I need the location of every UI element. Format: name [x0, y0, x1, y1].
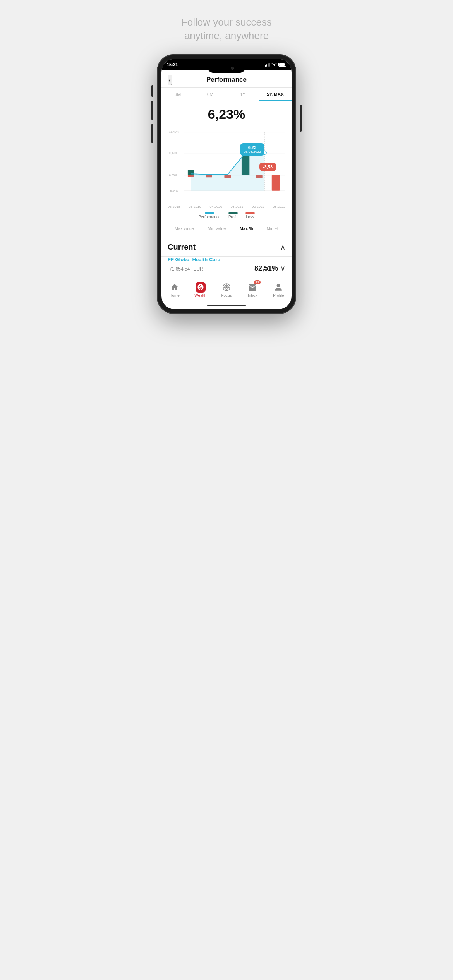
filter-max-value[interactable]: Max value [172, 224, 197, 232]
nav-inbox-label: Inbox [248, 293, 257, 298]
fund-percentage: 82,51% [254, 264, 278, 272]
chart-legend: Performance Profit Loss [161, 209, 292, 222]
svg-rect-15 [272, 175, 280, 191]
current-section-header[interactable]: Current ∧ [161, 236, 292, 256]
tooltip-red: -3,53 [259, 163, 276, 171]
profile-icon [273, 282, 283, 292]
nav-profile-label: Profile [273, 293, 284, 298]
front-camera [231, 67, 234, 70]
tab-6m[interactable]: 6M [194, 88, 226, 101]
home-indicator [161, 302, 292, 309]
volume-down-button [151, 124, 153, 143]
performance-percentage: 6,23% [161, 101, 292, 126]
status-icons [265, 63, 286, 67]
app-header: ‹ Performance [161, 70, 292, 87]
current-section-title: Current [168, 243, 196, 252]
tab-5y-max[interactable]: 5Y/MAX [259, 88, 292, 101]
legend-loss: Loss [245, 212, 255, 219]
svg-text:8,24%: 8,24% [169, 152, 177, 155]
nav-inbox[interactable]: 91 Inbox [240, 282, 266, 298]
tooltip-blue: 6,23 05.08.2022 [240, 143, 264, 156]
filter-min-pct[interactable]: Min % [264, 224, 282, 232]
status-time: 15:31 [167, 62, 178, 67]
signal-icon [265, 63, 270, 67]
nav-profile[interactable]: Profile [266, 282, 292, 298]
nav-wealth-label: Wealth [194, 293, 206, 298]
filter-tabs: Max value Min value Max % Min % [161, 222, 292, 236]
period-tabs: 3M 6M 1Y 5Y/MAX [161, 88, 292, 101]
back-button[interactable]: ‹ [168, 75, 172, 85]
legend-profit: Profit [228, 212, 238, 219]
nav-home[interactable]: Home [161, 282, 187, 298]
phone-shell: 15:31 [157, 54, 296, 314]
page-wrapper: Follow your success anytime, anywhere 15… [113, 0, 340, 326]
svg-text:0,00%: 0,00% [169, 173, 177, 177]
svg-text:-8,24%: -8,24% [169, 189, 178, 192]
x-axis-labels: 06.2018 05.2019 04.2020 03.2021 02.2022 … [161, 203, 292, 209]
phone-screen: 15:31 [161, 59, 292, 309]
tab-3m[interactable]: 3M [161, 88, 194, 101]
svg-point-19 [226, 286, 227, 288]
wifi-icon [271, 63, 277, 67]
filter-min-value[interactable]: Min value [204, 224, 229, 232]
filter-max-pct[interactable]: Max % [237, 224, 256, 232]
svg-text:16,48%: 16,48% [169, 130, 179, 134]
bottom-navigation: Home Wealth [161, 279, 292, 302]
inbox-icon: 91 [247, 282, 257, 292]
power-button [300, 105, 302, 132]
inbox-badge: 91 [254, 280, 261, 284]
nav-home-label: Home [169, 293, 180, 298]
nav-focus[interactable]: Focus [213, 282, 239, 298]
wealth-icon [196, 282, 206, 292]
tagline: Follow your success anytime, anywhere [181, 15, 272, 43]
fund-name[interactable]: FF Global Health Care [168, 257, 285, 262]
performance-chart: 16,48% 8,24% 0,00% -8,24% [161, 126, 292, 203]
fund-item: FF Global Health Care 71 654,54 EUR 82,5… [161, 257, 292, 279]
tab-1y[interactable]: 1Y [226, 88, 259, 101]
home-icon [170, 282, 180, 292]
legend-performance: Performance [198, 212, 220, 219]
expand-fund-icon[interactable]: ∨ [280, 264, 285, 272]
nav-focus-label: Focus [221, 293, 232, 298]
volume-up-button [151, 101, 153, 120]
volume-mute-button [151, 85, 153, 97]
battery-icon [278, 63, 286, 67]
nav-wealth[interactable]: Wealth [187, 282, 213, 298]
collapse-icon[interactable]: ∧ [280, 243, 285, 252]
fund-value: 71 654,54 EUR [168, 264, 203, 272]
focus-icon [221, 282, 232, 292]
page-title: Performance [206, 76, 247, 84]
status-bar: 15:31 [161, 59, 292, 70]
